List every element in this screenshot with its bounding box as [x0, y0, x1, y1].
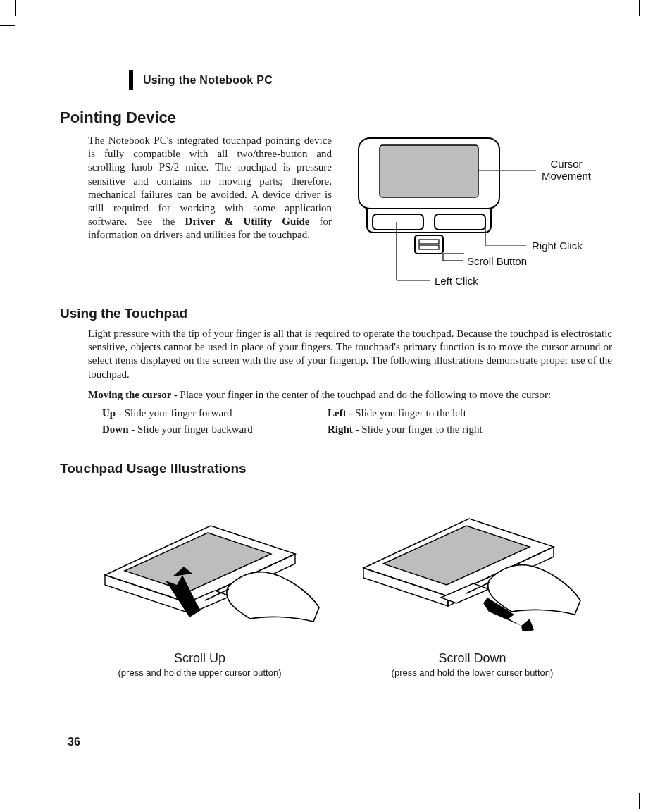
crop-mark	[0, 25, 15, 26]
text: Slide your finger to the right	[361, 424, 482, 435]
paragraph-pointing-device: The Notebook PC's integrated touchpad po…	[88, 134, 332, 242]
label-scroll-button: Scroll Button	[467, 255, 527, 267]
heading-using-touchpad: Using the Touchpad	[60, 306, 612, 321]
text: Slide your finger backward	[137, 424, 253, 435]
text-bold: Moving the cursor -	[88, 389, 180, 400]
label-cursor-movement: Cursor Movement	[542, 158, 591, 182]
subcaption-scroll-down: (press and hold the lower cursor button)	[392, 667, 554, 678]
text-bold: Right -	[328, 424, 361, 435]
heading-usage-illustrations: Touchpad Usage Illustrations	[60, 461, 612, 476]
heading-pointing-device: Pointing Device	[60, 109, 612, 127]
running-head: Using the Notebook PC	[143, 74, 273, 87]
label-left-click: Left Click	[435, 275, 478, 287]
scroll-up-illustration	[77, 498, 323, 631]
crop-mark	[15, 0, 16, 16]
page-number: 36	[68, 736, 80, 748]
text: Slide you finger to the left	[355, 407, 466, 419]
text-bold: Down -	[102, 424, 137, 435]
text-bold: Left -	[328, 407, 355, 419]
text: Slide your finger forward	[125, 407, 232, 419]
text-bold: Driver & Utility Guide	[185, 216, 310, 227]
header-bar-icon	[129, 70, 133, 90]
caption-scroll-up: Scroll Up	[174, 651, 225, 666]
direction-list: Up - Slide your finger forward Down - Sl…	[102, 406, 612, 437]
touchpad-diagram: Cursor Movement Right Click Scroll Butto…	[351, 134, 612, 289]
paragraph-using-touchpad: Light pressure with the tip of your fing…	[88, 327, 612, 381]
scroll-down-illustration	[349, 498, 596, 631]
subcaption-scroll-up: (press and hold the upper cursor button)	[118, 667, 282, 678]
svg-rect-1	[380, 145, 478, 197]
svg-rect-3	[435, 214, 485, 230]
svg-rect-2	[373, 214, 423, 230]
svg-rect-4	[415, 235, 443, 254]
svg-marker-28	[521, 619, 534, 631]
text: The Notebook PC's integrated touchpad po…	[88, 135, 332, 227]
text: Place your finger in the center of the t…	[180, 389, 552, 400]
crop-mark	[639, 793, 640, 809]
crop-mark	[639, 0, 640, 16]
text-bold: Up -	[102, 407, 125, 419]
label-right-click: Right Click	[532, 240, 583, 252]
crop-mark	[0, 784, 15, 784]
paragraph-moving-cursor: Moving the cursor - Place your finger in…	[88, 388, 612, 402]
caption-scroll-down: Scroll Down	[438, 651, 506, 666]
